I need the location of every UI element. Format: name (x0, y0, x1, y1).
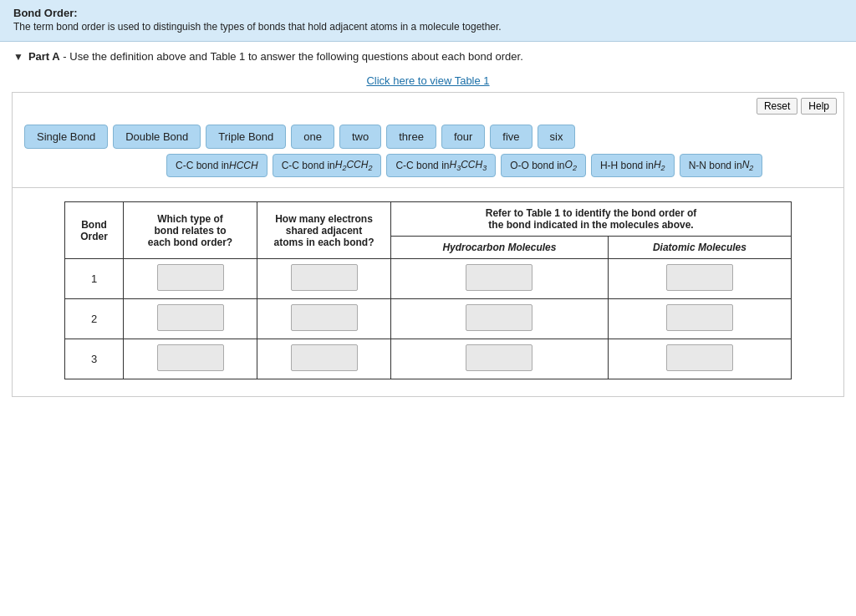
reset-button[interactable]: Reset (757, 98, 797, 115)
col-bond-type-header: Which type ofbond relates toeach bond or… (124, 202, 257, 259)
drop-electrons-3[interactable] (257, 339, 391, 379)
order-3: 3 (65, 339, 124, 379)
drop-hydrocarbon-1[interactable] (391, 259, 609, 299)
chip-ccbond-hcch[interactable]: C-C bond in HCCH (166, 154, 268, 177)
drop-diatomic-2[interactable] (608, 299, 791, 339)
table-row: 3 (65, 339, 792, 379)
drop-hydrocarbon-2[interactable] (391, 299, 609, 339)
drop-diatomic-1[interactable] (608, 259, 791, 299)
toolbar-row: Reset Help (13, 93, 843, 118)
part-a-row: ▼ Part A - Use the definition above and … (0, 42, 856, 71)
chip-four[interactable]: four (441, 125, 485, 149)
view-table-link[interactable]: Click here to view Table 1 (0, 74, 856, 87)
main-panel: Reset Help Single Bond Double Bond Tripl… (12, 92, 844, 397)
chip-nnbond-n2[interactable]: N-N bond in N2 (680, 154, 763, 177)
drop-bond-type-2[interactable] (124, 299, 257, 339)
chip-ccbond-h2cch2[interactable]: C-C bond in H2CCH2 (273, 154, 382, 177)
table-row: 2 (65, 299, 792, 339)
part-a-instruction: - Use the definition above and Table 1 t… (60, 50, 523, 63)
chip-six[interactable]: six (538, 125, 576, 149)
order-1: 1 (65, 259, 124, 299)
help-button[interactable]: Help (801, 98, 837, 115)
chip-one[interactable]: one (291, 125, 334, 149)
order-2: 2 (65, 299, 124, 339)
chip-hhbond-h2[interactable]: H-H bond in H2 (591, 154, 675, 177)
table-row: 1 (65, 259, 792, 299)
header-title: Bond Order: (13, 7, 843, 19)
part-a-text: Part A - Use the definition above and Ta… (28, 50, 523, 63)
chip-two[interactable]: two (339, 125, 381, 149)
drop-electrons-1[interactable] (257, 259, 391, 299)
chips-row2: C-C bond in HCCH C-C bond in H2CCH2 C-C … (24, 154, 832, 177)
part-a-label: Part A (28, 50, 60, 63)
col-electrons-header: How many electronsshared adjacentatoms i… (257, 202, 391, 259)
page: Bond Order: The term bond order is used … (0, 0, 856, 616)
hydrocarbon-label: Hydrocarbon Molecules (442, 242, 556, 253)
header-description: The term bond order is used to distingui… (13, 21, 843, 33)
header-box: Bond Order: The term bond order is used … (0, 0, 856, 42)
chip-five[interactable]: five (490, 125, 532, 149)
table-area: BondOrder Which type ofbond relates toea… (13, 188, 843, 396)
drop-hydrocarbon-3[interactable] (391, 339, 609, 379)
chip-three[interactable]: three (386, 125, 436, 149)
chip-ccbond-h3cch3[interactable]: C-C bond in H3CCH3 (386, 154, 496, 177)
drop-electrons-2[interactable] (257, 299, 391, 339)
chip-single-bond[interactable]: Single Bond (24, 125, 108, 149)
drop-diatomic-3[interactable] (608, 339, 791, 379)
col-bond-order-header: BondOrder (65, 202, 124, 259)
collapse-arrow-icon[interactable]: ▼ (13, 51, 23, 63)
chip-double-bond[interactable]: Double Bond (113, 125, 201, 149)
col-hydrocarbon-header: Hydrocarbon Molecules (391, 237, 609, 259)
bond-table: BondOrder Which type ofbond relates toea… (64, 201, 792, 379)
col-refer-header: Refer to Table 1 to identify the bond or… (391, 202, 792, 237)
chip-oobond-o2[interactable]: O-O bond in O2 (501, 154, 586, 177)
drop-bond-type-3[interactable] (124, 339, 257, 379)
drag-chips-container: Single Bond Double Bond Triple Bond one … (13, 118, 843, 188)
chips-row1: Single Bond Double Bond Triple Bond one … (24, 125, 832, 149)
diatomic-label: Diatomic Molecules (653, 242, 746, 253)
chip-triple-bond[interactable]: Triple Bond (206, 125, 286, 149)
drop-bond-type-1[interactable] (124, 259, 257, 299)
col-diatomic-header: Diatomic Molecules (608, 237, 791, 259)
